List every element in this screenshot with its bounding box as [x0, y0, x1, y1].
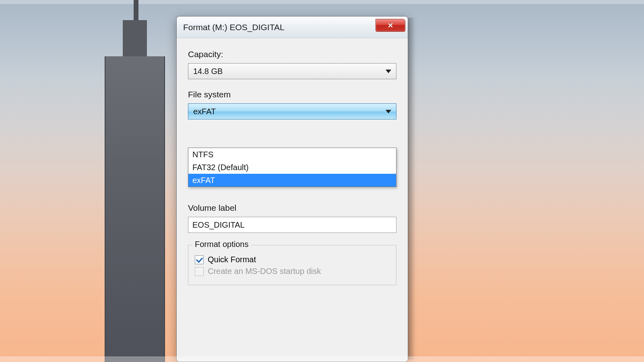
format-dialog: Format (M:) EOS_DIGITAL ✕ Capacity: 14.8…	[176, 16, 408, 362]
msdos-disk-row: Create an MS-DOS startup disk	[195, 267, 390, 276]
filesystem-value: exFAT	[193, 107, 216, 116]
volume-label-label: Volume label	[188, 203, 396, 213]
quick-format-label: Quick Format	[208, 255, 256, 264]
capacity-label: Capacity:	[188, 49, 396, 59]
window-chrome-bottom	[0, 356, 644, 362]
format-options-group: Format options Quick Format Create an MS…	[188, 245, 396, 285]
capacity-value: 14.8 GB	[193, 67, 223, 76]
format-options-legend: Format options	[192, 240, 251, 249]
msdos-disk-label: Create an MS-DOS startup disk	[208, 267, 321, 276]
window-chrome-top	[0, 0, 644, 4]
close-button[interactable]: ✕	[376, 19, 405, 32]
chevron-down-icon	[386, 70, 391, 73]
close-icon: ✕	[388, 21, 393, 30]
capacity-dropdown[interactable]: 14.8 GB	[188, 63, 396, 79]
dialog-shadow	[408, 18, 415, 360]
building-spire-decoration	[134, 0, 138, 20]
chevron-down-icon	[386, 110, 391, 113]
quick-format-checkbox[interactable]	[195, 255, 204, 264]
msdos-disk-checkbox	[195, 267, 204, 276]
desktop-background: Format (M:) EOS_DIGITAL ✕ Capacity: 14.8…	[0, 0, 644, 362]
filesystem-option-ntfs[interactable]: NTFS	[188, 148, 396, 161]
filesystem-option-exfat[interactable]: exFAT	[188, 174, 396, 187]
building-decoration	[105, 56, 165, 362]
filesystem-dropdown[interactable]: exFAT	[188, 103, 396, 119]
filesystem-options-list[interactable]: NTFS FAT32 (Default) exFAT	[188, 148, 396, 187]
filesystem-option-fat32[interactable]: FAT32 (Default)	[188, 161, 396, 174]
dialog-title: Format (M:) EOS_DIGITAL	[183, 23, 285, 32]
volume-label-input[interactable]	[188, 217, 396, 233]
quick-format-row[interactable]: Quick Format	[195, 255, 390, 264]
dialog-titlebar[interactable]: Format (M:) EOS_DIGITAL ✕	[177, 16, 408, 38]
filesystem-label: File system	[188, 90, 396, 99]
